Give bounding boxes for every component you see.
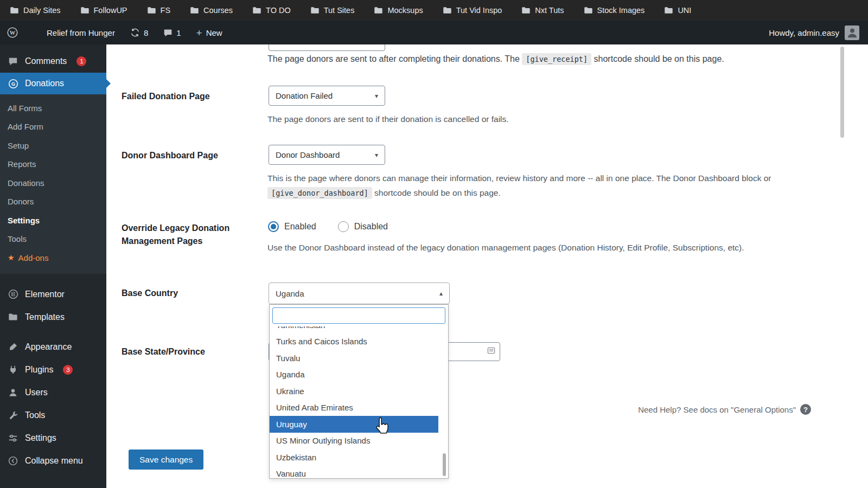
- disabled-radio-label: Disabled: [354, 222, 388, 232]
- page-scrollbar-thumb[interactable]: [840, 47, 844, 138]
- dashboard-desc-post: shortcode should be on this page.: [372, 188, 501, 197]
- bookmark-folder[interactable]: UNI: [664, 6, 691, 15]
- submenu-item-setup[interactable]: Setup: [0, 136, 106, 155]
- submenu-item-add-ons[interactable]: ★Add-ons: [0, 248, 106, 267]
- receipt-desc-pre: The page donors are sent to after comple…: [267, 54, 522, 63]
- sidebar-item-comments[interactable]: Comments 1: [0, 51, 106, 72]
- updates-count: 8: [144, 28, 148, 37]
- give-receipt-shortcode: [give_receipt]: [522, 53, 591, 65]
- give-donor-dashboard-shortcode: [give_donor_dashboard]: [267, 187, 372, 199]
- sidebar-item-elementor[interactable]: Elementor: [0, 283, 106, 306]
- bookmark-folder[interactable]: Nxt Tuts: [521, 6, 564, 15]
- bookmark-label: Tut Sites: [324, 6, 355, 15]
- enabled-radio[interactable]: [268, 221, 279, 232]
- settings-sliders-icon: [8, 433, 18, 444]
- svg-text:W: W: [10, 30, 16, 36]
- admin-bar: W Relief from Hunger 8 1 +New Howdy, adm…: [0, 21, 868, 44]
- bookmark-label: Courses: [203, 6, 233, 15]
- avatar[interactable]: [845, 25, 859, 40]
- failed-donation-page-select[interactable]: Donation Failed ▾: [269, 86, 385, 106]
- country-option[interactable]: Uzbekistan: [270, 449, 438, 466]
- disabled-radio[interactable]: [338, 221, 349, 232]
- bookmark-folder[interactable]: Courses: [190, 6, 233, 15]
- bookmark-label: Tut Vid Inspo: [456, 6, 502, 15]
- sidebar-item-users[interactable]: Users: [0, 381, 106, 404]
- dropdown-scrollbar-thumb[interactable]: [443, 453, 446, 476]
- folder-icon: [252, 7, 261, 14]
- country-option[interactable]: Tuvalu: [270, 350, 438, 367]
- folder-icon: [10, 7, 19, 14]
- submenu-item-donations[interactable]: Donations: [0, 174, 106, 192]
- failed-donation-description: The page donors are sent to if their don…: [267, 112, 509, 126]
- bookmark-label: UNI: [678, 6, 691, 15]
- bookmark-folder[interactable]: Stock Images: [584, 6, 645, 15]
- updates-indicator[interactable]: 8: [130, 28, 148, 37]
- bookmark-folder[interactable]: TO DO: [252, 6, 291, 15]
- submenu-item-settings[interactable]: Settings: [0, 211, 106, 230]
- bookmark-label: FS: [161, 6, 171, 15]
- bookmark-folder[interactable]: FS: [147, 6, 171, 15]
- donor-dashboard-page-select[interactable]: Donor Dashboard ▾: [269, 145, 385, 165]
- bookmark-folder[interactable]: FollowUP: [80, 6, 127, 15]
- submenu-item-all-forms[interactable]: All Forms: [0, 99, 106, 118]
- bookmark-label: Nxt Tuts: [535, 6, 564, 15]
- appearance-brush-icon: [8, 342, 18, 352]
- sidebar-item-appearance[interactable]: Appearance: [0, 336, 106, 358]
- sidebar-item-label: Users: [25, 388, 48, 397]
- help-icon[interactable]: ?: [800, 404, 811, 415]
- donor-dashboard-page-label: Donor Dashboard Page: [122, 149, 249, 162]
- country-option[interactable]: Vanuatu: [270, 466, 438, 479]
- bookmark-folder[interactable]: Daily Sites: [10, 6, 61, 15]
- country-option[interactable]: Ukraine: [270, 383, 438, 400]
- receipt-description: The page donors are sent to after comple…: [267, 52, 724, 67]
- sidebar-item-settings[interactable]: Settings: [0, 427, 106, 450]
- base-country-value: Uganda: [276, 289, 304, 298]
- settings-page: The page donors are sent to after comple…: [106, 44, 868, 488]
- folder-icon: [374, 7, 383, 14]
- howdy-text[interactable]: Howdy, admin.easy: [769, 28, 839, 37]
- plus-icon: +: [196, 28, 202, 38]
- country-search-input[interactable]: [272, 307, 445, 324]
- collapse-menu-button[interactable]: Collapse menu: [0, 450, 106, 472]
- country-option[interactable]: Turkmenistan: [270, 326, 438, 333]
- country-option-highlighted[interactable]: Uruguay: [270, 416, 438, 433]
- folder-icon: [80, 7, 90, 14]
- donor-dashboard-description: This is the page where donors can manage…: [267, 171, 816, 201]
- sidebar-item-label: Donations: [25, 79, 64, 88]
- submenu-item-donors[interactable]: Donors: [0, 192, 106, 211]
- folder-icon: [584, 7, 593, 14]
- admin-comments-indicator[interactable]: 1: [163, 28, 181, 37]
- country-option[interactable]: Turks and Caicos Islands: [270, 333, 438, 350]
- country-option[interactable]: US Minor Outlying Islands: [270, 433, 438, 450]
- donations-submenu: All Forms Add Form Setup Reports Donatio…: [0, 94, 106, 274]
- submenu-item-add-form[interactable]: Add Form: [0, 118, 106, 137]
- bookmark-label: FollowUP: [94, 6, 127, 15]
- chevron-down-icon: ▾: [375, 151, 378, 159]
- bookmark-folder[interactable]: Tut Sites: [310, 6, 355, 15]
- sidebar-item-templates[interactable]: Templates: [0, 306, 106, 329]
- success-page-select[interactable]: [269, 44, 385, 51]
- bookmark-folder[interactable]: Mocksups: [374, 6, 423, 15]
- submenu-item-reports[interactable]: Reports: [0, 155, 106, 174]
- site-name-text: Relief from Hunger: [47, 28, 115, 37]
- country-option[interactable]: United Arab Emirates: [270, 400, 438, 416]
- wp-logo[interactable]: W: [7, 27, 18, 38]
- givewp-icon: G: [8, 78, 18, 89]
- country-option[interactable]: Uganda: [270, 367, 438, 383]
- site-name-link[interactable]: Relief from Hunger: [47, 28, 115, 37]
- base-country-select[interactable]: Uganda ▴: [269, 282, 450, 304]
- folder-icon: [521, 7, 531, 14]
- save-changes-button[interactable]: Save changes: [129, 450, 203, 470]
- sidebar-item-plugins[interactable]: Plugins 3: [0, 358, 106, 381]
- submenu-item-tools[interactable]: Tools: [0, 230, 106, 249]
- sidebar-item-tools[interactable]: Tools: [0, 404, 106, 427]
- current-menu-arrow: [106, 79, 111, 88]
- update-icon: [130, 28, 140, 37]
- country-list: Turkmenistan Turks and Caicos Islands Tu…: [270, 326, 448, 478]
- bookmark-folder[interactable]: Tut Vid Inspo: [443, 6, 502, 15]
- new-content-button[interactable]: +New: [196, 28, 222, 38]
- sidebar-item-label: Tools: [25, 410, 45, 420]
- svg-text:G: G: [11, 81, 15, 87]
- sidebar-item-donations[interactable]: G Donations: [0, 73, 106, 94]
- help-link[interactable]: Need Help? See docs on "General Options"…: [638, 404, 811, 415]
